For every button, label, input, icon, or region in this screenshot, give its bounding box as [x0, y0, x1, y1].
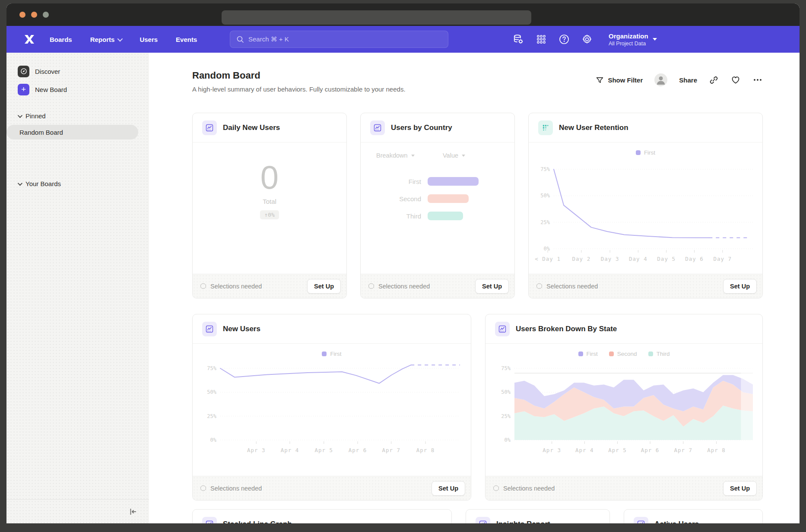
- svg-text:25%: 25%: [540, 219, 550, 225]
- org-switcher[interactable]: Organization All Project Data: [609, 32, 657, 47]
- svg-text:50%: 50%: [207, 389, 216, 395]
- kpi-body: 0 Total ↑0%: [193, 142, 346, 274]
- nav-item-events[interactable]: Events: [176, 36, 197, 43]
- search-input[interactable]: Search ⌘ + K: [230, 31, 448, 48]
- apps-grid-icon[interactable]: [536, 34, 547, 45]
- bar-first: [428, 177, 479, 186]
- value-dropdown[interactable]: Value: [443, 152, 465, 159]
- insights-chart-icon: [202, 517, 217, 524]
- insights-chart-icon: [202, 120, 217, 135]
- svg-text:< Day 1: < Day 1: [535, 256, 561, 262]
- chevron-down-icon: [653, 38, 657, 41]
- legend-item: First: [578, 351, 598, 357]
- top-nav: Boards Reports Users Events Search ⌘ + K: [6, 26, 800, 53]
- svg-text:Apr 4: Apr 4: [281, 447, 299, 453]
- svg-text:0%: 0%: [505, 437, 511, 443]
- legend-item: First: [322, 351, 341, 357]
- chevron-down-icon: [411, 155, 415, 157]
- card-footer: Selections needed Set Up: [193, 476, 471, 500]
- svg-text:0%: 0%: [210, 437, 217, 443]
- svg-text:Apr 8: Apr 8: [416, 447, 435, 453]
- avatar[interactable]: [654, 73, 667, 86]
- card-header: New User Retention: [529, 113, 762, 142]
- kpi-label: Total: [263, 198, 276, 205]
- svg-text:Day 3: Day 3: [601, 256, 619, 262]
- set-up-button[interactable]: Set Up: [432, 481, 465, 496]
- legend-swatch: [322, 352, 327, 356]
- chevron-down-icon: [18, 113, 22, 117]
- card-title: Insights Report: [496, 520, 550, 524]
- svg-text:Apr 8: Apr 8: [707, 447, 726, 453]
- board-header: Random Board A high-level summary of use…: [192, 70, 763, 93]
- url-bar[interactable]: [222, 10, 531, 25]
- copy-link-icon[interactable]: [709, 75, 719, 85]
- sidebar-item-discover[interactable]: Discover: [6, 64, 149, 79]
- favorite-heart-icon[interactable]: [730, 75, 741, 85]
- compass-icon: [18, 66, 29, 77]
- settings-gear-icon[interactable]: [581, 34, 593, 45]
- data-management-icon[interactable]: [513, 34, 524, 45]
- status-circle-icon: [200, 485, 206, 491]
- show-filter-button[interactable]: Show Filter: [596, 76, 643, 84]
- card-header: Daily New Users: [193, 113, 346, 142]
- card-active-users: Active Users: [624, 509, 763, 523]
- breakdown-dropdown[interactable]: Breakdown: [376, 152, 415, 159]
- card-title: New User Retention: [559, 124, 628, 132]
- window-titlebar: [6, 3, 800, 26]
- svg-text:Day 4: Day 4: [629, 256, 647, 262]
- card-header: Stacked Line Graph: [193, 510, 451, 523]
- filter-icon: [596, 76, 604, 84]
- search-icon: [236, 35, 244, 43]
- legend-swatch: [648, 352, 653, 356]
- help-icon[interactable]: [558, 34, 570, 45]
- card-title: Active Users: [654, 520, 699, 524]
- nav-item-users[interactable]: Users: [140, 36, 158, 43]
- status-circle-icon: [493, 485, 499, 491]
- card-title: Users by Country: [391, 124, 452, 132]
- svg-text:Apr 7: Apr 7: [674, 447, 692, 453]
- legend-item: Second: [609, 351, 637, 357]
- insights-chart-icon: [476, 517, 490, 524]
- traffic-light-zoom[interactable]: [43, 12, 49, 18]
- share-button[interactable]: Share: [679, 76, 697, 84]
- svg-text:75%: 75%: [501, 365, 511, 371]
- card-footer: Selections needed Set Up: [529, 274, 762, 298]
- sidebar-item-random-board[interactable]: Random Board: [6, 125, 138, 139]
- card-footer: Selections needed Set Up: [486, 476, 762, 500]
- chevron-down-icon: [462, 155, 465, 157]
- traffic-light-minimize[interactable]: [31, 12, 37, 18]
- insights-chart-icon: [634, 517, 648, 524]
- bar-label: Second: [361, 195, 421, 203]
- collapse-sidebar-icon[interactable]: [128, 507, 138, 516]
- traffic-light-close[interactable]: [19, 12, 25, 18]
- card-header: Users by Country: [361, 113, 514, 142]
- set-up-button[interactable]: Set Up: [307, 279, 341, 294]
- card-header: Active Users: [624, 510, 762, 523]
- status-circle-icon: [200, 283, 206, 289]
- svg-text:Day 5: Day 5: [657, 256, 676, 262]
- set-up-button[interactable]: Set Up: [475, 279, 509, 294]
- sidebar-item-new-board[interactable]: + New Board: [6, 82, 149, 97]
- selections-needed-status: Selections needed: [200, 283, 262, 290]
- svg-text:Apr 5: Apr 5: [314, 447, 333, 453]
- chevron-down-icon: [117, 36, 123, 41]
- browser-window: Boards Reports Users Events Search ⌘ + K: [6, 3, 800, 523]
- nav-item-reports[interactable]: Reports: [90, 36, 122, 43]
- card-users-by-country: Users by Country Breakdown Value: [360, 113, 515, 298]
- set-up-button[interactable]: Set Up: [723, 481, 757, 496]
- sidebar-section-pinned[interactable]: Pinned: [6, 112, 149, 120]
- svg-text:Apr 4: Apr 4: [575, 447, 594, 453]
- more-options-icon[interactable]: [752, 75, 763, 85]
- kpi-delta-badge: ↑0%: [260, 210, 279, 219]
- mixpanel-logo-icon[interactable]: [24, 34, 37, 45]
- svg-text:Day 2: Day 2: [572, 256, 591, 262]
- insights-chart-icon: [202, 322, 217, 336]
- chevron-down-icon: [18, 180, 22, 185]
- country-row: Second: [361, 190, 514, 207]
- nav-item-boards[interactable]: Boards: [50, 36, 72, 43]
- svg-text:25%: 25%: [207, 413, 216, 419]
- card-stacked-line-graph: Stacked Line Graph: [192, 509, 452, 523]
- sidebar-section-your-boards[interactable]: Your Boards: [6, 180, 149, 187]
- legend-swatch: [609, 352, 614, 356]
- set-up-button[interactable]: Set Up: [723, 279, 757, 294]
